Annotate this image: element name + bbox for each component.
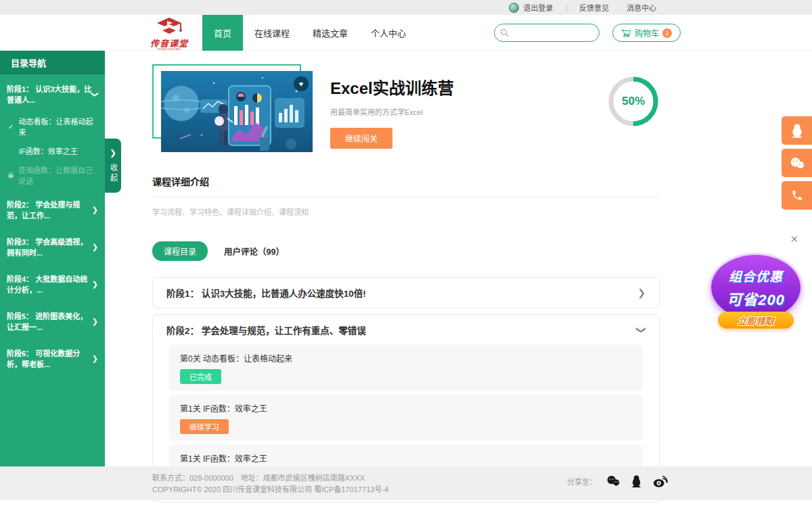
- course-tabs: 课程目录 用户评论（99）: [152, 241, 660, 261]
- phone-icon: [791, 189, 803, 201]
- check-icon: ✓: [8, 123, 19, 130]
- phone-contact-button[interactable]: [782, 181, 812, 210]
- course-banner-image: [161, 71, 313, 152]
- weibo-share-icon[interactable]: [653, 475, 668, 487]
- detail-description: 学习流程、学习特色、课程详细介绍、课程须知: [152, 206, 660, 217]
- user-avatar[interactable]: [509, 3, 519, 13]
- status-badge-done[interactable]: 已完成: [180, 369, 221, 384]
- sidebar-stage-3[interactable]: 阶段3： 学会高级透视，拥有同时... ❯: [0, 227, 105, 264]
- sidebar-stage-6[interactable]: 阶段6： 可视化数据分析，帮老板... ❯: [0, 339, 105, 376]
- search-box: 搜索: [494, 24, 600, 42]
- cart-count-badge: 1: [662, 28, 672, 38]
- search-icon: [500, 28, 509, 37]
- cart-button[interactable]: 购物车 1: [612, 24, 681, 42]
- wechat-share-icon[interactable]: [606, 475, 620, 487]
- sidebar-lesson-current[interactable]: IF函数：效率之王: [0, 141, 105, 160]
- lesson-card-done[interactable]: 第0关 动态看板：让表格动起来 已完成: [169, 345, 643, 391]
- nav-item-courses[interactable]: 在线课程: [243, 15, 301, 51]
- close-icon[interactable]: ✕: [790, 233, 798, 245]
- nav-item-articles[interactable]: 精选文章: [301, 15, 359, 51]
- sidebar-stage-label: 阶段6： 可视化数据分析，帮老板...: [7, 347, 92, 369]
- cart-label: 购物车: [635, 27, 659, 39]
- course-banner[interactable]: ♥: [152, 64, 315, 153]
- chevron-right-icon: ❯: [92, 243, 98, 251]
- status-badge-continue[interactable]: 继续学习: [180, 419, 229, 434]
- qq-share-icon[interactable]: [631, 475, 642, 487]
- favorite-heart-icon[interactable]: ♥: [294, 76, 309, 91]
- sidebar-stage-5[interactable]: 阶段5： 进阶图表美化，让汇报一... ❯: [0, 302, 105, 339]
- sidebar-lesson-locked[interactable]: 查询函数：让数据自己说话: [0, 160, 105, 190]
- lesson-title: 第1关 IF函数：效率之王: [180, 452, 632, 464]
- sidebar-lesson-done[interactable]: ✓ 动态看板：让表格动起来: [0, 112, 105, 141]
- promo-line-1: 组合优惠: [729, 266, 783, 285]
- sidebar-lesson-label: 动态看板：让表格动起来: [19, 116, 98, 137]
- continue-button[interactable]: 继续闯关: [330, 128, 392, 149]
- footer-copyright: COPYRIGHT© 2020 四川传音课堂科技有限公司 蜀ICP备170177…: [152, 484, 388, 496]
- qq-icon: [790, 123, 804, 138]
- chevron-right-icon: ❯: [92, 280, 98, 289]
- main-content: ♥ Excel实战训练营 用最简单实用的方式学Excel 继续闯关 50% 课程…: [152, 64, 660, 502]
- logo-cap-icon: [154, 18, 184, 38]
- footer-info: 联系方式：028-0000000 地址：成都市武侯区槐树店南路XXXX COPY…: [152, 473, 388, 496]
- feedback-link[interactable]: 反馈意见: [579, 2, 609, 13]
- course-info: Excel实战训练营 用最简单实用的方式学Excel 继续闯关: [330, 75, 454, 149]
- promo-line-2: 可省200: [727, 287, 785, 309]
- logo-subtitle: CHUANYINKETANG: [145, 48, 194, 51]
- lesson-card-continue[interactable]: 第1关 IF函数：效率之王 继续学习: [169, 395, 643, 441]
- sidebar-lesson-label: IF函数：效率之王: [19, 145, 78, 156]
- catalog-sidebar: 目录导航 阶段1： 认识3大技能，比普通人... ❯ ✓ 动态看板：让表格动起来…: [0, 51, 105, 466]
- sidebar-stage-label: 阶段4： 大批数据自动统计分析，...: [7, 273, 92, 295]
- sidebar-stage-label: 阶段3： 学会高级透视，拥有同时...: [7, 236, 92, 258]
- logo-title: 传音课堂: [139, 41, 200, 47]
- search-input[interactable]: [495, 24, 600, 41]
- claim-coupon-button[interactable]: 立即领取: [718, 312, 794, 329]
- sidebar-collapse-tab[interactable]: ❯ 收起: [105, 139, 121, 193]
- accordion-stage-1: 阶段1： 认识3大技能，比普通人办公速度快10倍! ❯: [152, 277, 660, 308]
- wechat-contact-button[interactable]: [782, 149, 812, 177]
- qq-contact-button[interactable]: [782, 116, 812, 145]
- logout-link[interactable]: 退出登录: [523, 2, 553, 13]
- nav-item-home[interactable]: 首页: [202, 15, 243, 51]
- sidebar-title: 目录导航: [0, 51, 105, 74]
- chevron-down-icon: ❯: [636, 326, 647, 334]
- sidebar-stage-1[interactable]: 阶段1： 认识3大技能，比普通人... ❯: [0, 74, 105, 112]
- accordion-stage-1-title: 阶段1： 认识3大技能，比普通人办公速度快10倍!: [166, 286, 366, 299]
- accordion-stage-1-header[interactable]: 阶段1： 认识3大技能，比普通人办公速度快10倍! ❯: [153, 278, 659, 308]
- detail-heading: 课程详细介绍: [152, 174, 660, 197]
- accordion-stage-2-title: 阶段2： 学会处理与规范，让工作有重点、零错误: [166, 323, 366, 337]
- lesson-title: 第1关 IF函数：效率之王: [180, 402, 632, 414]
- cart-icon: [621, 28, 631, 38]
- main-nav: 首页 在线课程 精选文章 个人中心: [202, 15, 418, 51]
- progress-ring: 50%: [608, 76, 658, 126]
- site-logo[interactable]: 传音课堂 CHUANYINKETANG: [139, 18, 200, 51]
- footer: 联系方式：028-0000000 地址：成都市武侯区槐树店南路XXXX COPY…: [0, 466, 812, 500]
- messages-link[interactable]: 消息中心: [627, 2, 656, 13]
- sidebar-stage-label: 阶段5： 进阶图表美化，让汇报一...: [7, 310, 92, 332]
- topbar: 退出登录 | 反馈意见 消息中心: [0, 0, 812, 15]
- sidebar-stage-2[interactable]: 阶段2： 学会处理与规范，让工作... ❯: [0, 190, 105, 227]
- accordion-stage-2-header[interactable]: 阶段2： 学会处理与规范，让工作有重点、零错误 ❯: [153, 315, 659, 345]
- topbar-divider: |: [565, 3, 567, 11]
- lock-icon: [8, 172, 14, 178]
- footer-contact: 联系方式：028-0000000 地址：成都市武侯区槐树店南路XXXX: [152, 473, 388, 484]
- chevron-down-icon: ❯: [91, 91, 99, 97]
- navbar: 传音课堂 CHUANYINKETANG 首页 在线课程 精选文章 个人中心 搜索…: [0, 15, 812, 51]
- tab-comments[interactable]: 用户评论（99）: [224, 245, 284, 258]
- chevron-right-icon: ❯: [92, 206, 98, 214]
- nav-item-personal[interactable]: 个人中心: [359, 15, 418, 51]
- chevron-right-icon: ❯: [110, 148, 116, 158]
- footer-share: 分享至：: [567, 475, 679, 487]
- sidebar-stage-4[interactable]: 阶段4： 大批数据自动统计分析，... ❯: [0, 264, 105, 302]
- sidebar-stage-label: 阶段2： 学会处理与规范，让工作...: [7, 199, 92, 220]
- course-title: Excel实战训练营: [330, 75, 454, 99]
- course-header: ♥ Excel实战训练营 用最简单实用的方式学Excel 继续闯关 50%: [152, 64, 660, 161]
- tab-catalog[interactable]: 课程目录: [152, 241, 208, 261]
- promo-widget: ✕ 组合优惠 可省200 立即领取: [706, 233, 805, 329]
- contact-float-buttons: [782, 116, 812, 214]
- course-subtitle: 用最简单实用的方式学Excel: [330, 106, 454, 117]
- promo-badge[interactable]: 组合优惠 可省200: [711, 255, 800, 320]
- sidebar-lesson-label: 查询函数：让数据自己说话: [18, 164, 98, 186]
- collapse-label: 收起: [108, 164, 118, 184]
- chevron-right-icon: ❯: [637, 287, 646, 298]
- sidebar-stage-1-label: 阶段1： 认识3大技能，比普通人...: [7, 83, 92, 105]
